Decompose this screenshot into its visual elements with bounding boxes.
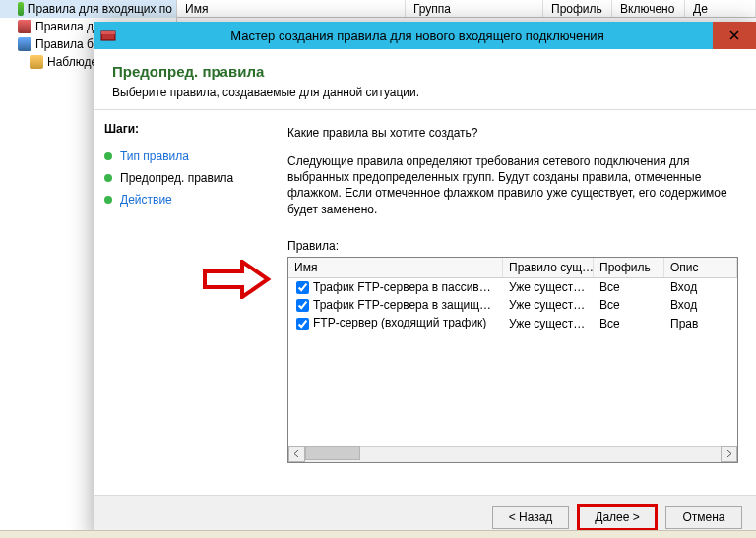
taskbar-strip bbox=[0, 530, 756, 538]
rule-profile: Все bbox=[594, 316, 664, 331]
firewall-icon bbox=[100, 28, 116, 43]
rule-profile: Все bbox=[594, 279, 664, 295]
table-row[interactable]: Трафик FTP-сервера в пассивном режим… Уж… bbox=[288, 278, 737, 296]
rule-desc: Вход bbox=[664, 279, 737, 295]
bullet-icon bbox=[104, 174, 112, 182]
col-header-profile[interactable]: Профиль bbox=[594, 258, 664, 277]
rules-inbound-icon bbox=[18, 2, 24, 16]
rules-security-icon bbox=[18, 37, 32, 51]
step-label: Тип правила bbox=[120, 149, 189, 163]
col-header-desc[interactable]: Опис bbox=[664, 258, 737, 277]
scroll-track[interactable] bbox=[305, 446, 721, 462]
horizontal-scrollbar[interactable] bbox=[288, 446, 737, 462]
rule-profile: Все bbox=[594, 297, 664, 313]
col-enabled[interactable]: Включено bbox=[612, 0, 685, 17]
tree-item-inbound-rules[interactable]: Правила для входящих по bbox=[0, 0, 176, 18]
step-rule-type[interactable]: Тип правила bbox=[104, 146, 268, 167]
cancel-button[interactable]: Отмена bbox=[665, 506, 742, 529]
rule-exists: Уже существ… bbox=[503, 297, 594, 313]
scroll-right-button[interactable] bbox=[721, 446, 737, 462]
page-subtitle: Выберите правила, создаваемые для данной… bbox=[112, 86, 738, 99]
prompt-text: Какие правила вы хотите создать? bbox=[287, 126, 738, 140]
tree-item-label: Правила д bbox=[35, 20, 94, 33]
table-row[interactable]: FTP-сервер (входящий трафик) Уже существ… bbox=[288, 314, 737, 331]
grid-header: Имя Правило сущ… Профиль Опис bbox=[288, 258, 737, 278]
rules-label: Правила: bbox=[287, 239, 738, 253]
step-action[interactable]: Действие bbox=[104, 189, 268, 210]
close-button[interactable] bbox=[713, 22, 756, 49]
rule-name: Трафик FTP-сервера в пассивном режим… bbox=[313, 280, 503, 294]
rule-name: FTP-сервер (входящий трафик) bbox=[313, 316, 486, 329]
rule-checkbox[interactable] bbox=[296, 299, 309, 312]
tree-item-label: Правила б bbox=[35, 37, 94, 51]
rule-checkbox[interactable] bbox=[296, 281, 309, 294]
rule-exists: Уже существ… bbox=[503, 316, 594, 331]
mmc-list-header: Имя Группа Профиль Включено Де bbox=[177, 0, 756, 18]
tree-item-label: Правила для входящих по bbox=[28, 2, 172, 16]
dialog-title: Мастер создания правила для нового входя… bbox=[122, 29, 713, 43]
next-button[interactable]: Далее > bbox=[579, 506, 656, 529]
wizard-dialog: Мастер создания правила для нового входя… bbox=[94, 22, 756, 538]
step-label: Действие bbox=[120, 193, 172, 207]
page-title: Предопред. правила bbox=[112, 63, 738, 80]
rule-desc: Вход bbox=[664, 297, 737, 313]
step-label: Предопред. правила bbox=[120, 171, 233, 185]
svg-rect-1 bbox=[101, 31, 115, 34]
rule-desc: Прав bbox=[664, 316, 737, 331]
scroll-left-button[interactable] bbox=[288, 446, 305, 462]
monitoring-icon bbox=[30, 55, 43, 69]
scroll-thumb[interactable] bbox=[305, 446, 360, 460]
col-name[interactable]: Имя bbox=[177, 0, 406, 17]
col-profile[interactable]: Профиль bbox=[543, 0, 612, 17]
rules-grid: Имя Правило сущ… Профиль Опис Трафик FTP… bbox=[287, 257, 738, 463]
step-predefined-rules[interactable]: Предопред. правила bbox=[104, 167, 268, 189]
titlebar[interactable]: Мастер создания правила для нового входя… bbox=[94, 22, 756, 49]
rule-exists: Уже существ… bbox=[503, 279, 594, 295]
rule-name: Трафик FTP-сервера в защищенном режи… bbox=[313, 298, 503, 312]
grid-rows: Трафик FTP-сервера в пассивном режим… Уж… bbox=[288, 278, 737, 446]
back-button[interactable]: < Назад bbox=[492, 506, 569, 529]
rule-checkbox[interactable] bbox=[296, 318, 309, 330]
col-action[interactable]: Де bbox=[685, 0, 756, 17]
rules-outbound-icon bbox=[18, 20, 32, 33]
content-pane: Какие правила вы хотите создать? Следующ… bbox=[278, 110, 756, 495]
explain-text: Следующие правила определяют требования … bbox=[287, 153, 738, 217]
table-row[interactable]: Трафик FTP-сервера в защищенном режи… Уж… bbox=[288, 296, 737, 314]
steps-pane: Шаги: Тип правила Предопред. правила Дей… bbox=[94, 110, 278, 495]
wizard-header: Предопред. правила Выберите правила, соз… bbox=[94, 49, 756, 110]
bullet-icon bbox=[104, 152, 112, 160]
col-header-name[interactable]: Имя bbox=[288, 258, 503, 277]
col-header-exists[interactable]: Правило сущ… bbox=[503, 258, 594, 277]
steps-heading: Шаги: bbox=[104, 122, 268, 136]
bullet-icon bbox=[104, 196, 112, 204]
col-group[interactable]: Группа bbox=[406, 0, 543, 17]
